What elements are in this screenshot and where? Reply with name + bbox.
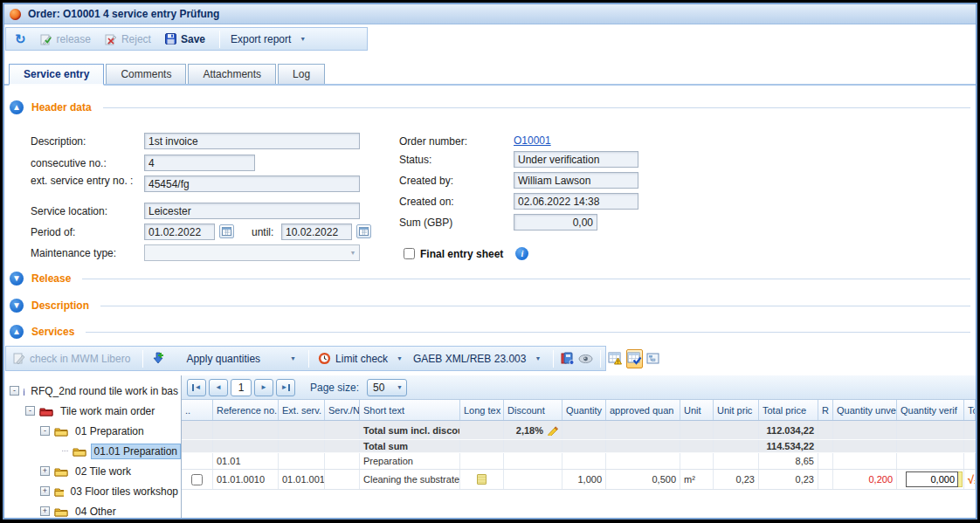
toolbar-separator	[600, 350, 601, 368]
column-header-approved-quantity[interactable]: approved quan	[606, 400, 680, 420]
gaeb-export-button[interactable]: GAEB XML/REB 23.003 ▼	[411, 351, 546, 367]
status-input[interactable]	[514, 151, 638, 168]
collapse-up-icon[interactable]: ▲	[10, 100, 24, 114]
cell-short-text: Preparation	[360, 453, 460, 469]
release-label: release	[57, 33, 91, 45]
copy-export-icon	[561, 352, 575, 365]
view-verification-button[interactable]	[626, 349, 643, 368]
collapse-down-icon[interactable]: ▼	[10, 299, 24, 313]
column-header-quantity[interactable]: Quantity	[562, 400, 606, 420]
tree-collapse-icon[interactable]: -	[40, 426, 50, 436]
description-input[interactable]	[144, 133, 360, 149]
modified-flag-strip	[958, 471, 963, 487]
view-warnings-button[interactable]	[608, 349, 623, 368]
order-number-link[interactable]: O10001	[514, 134, 551, 147]
tree-item-0101-preparation[interactable]: 01.01 Preparation	[4, 441, 181, 461]
column-header-to[interactable]: To	[964, 400, 976, 420]
quantity-verified-input[interactable]	[906, 471, 958, 487]
apply-quantities-button[interactable]: Apply quantities ▼	[150, 350, 301, 367]
tree-item-rfq[interactable]: - RFQ_2nd round tile work in bas	[4, 381, 181, 401]
service-location-input[interactable]	[144, 203, 360, 219]
cell-discount: 2,18%	[504, 421, 562, 439]
preview-eye-button[interactable]	[578, 349, 593, 368]
formula-check-icon[interactable]: √x	[968, 473, 976, 486]
edit-pencil-icon[interactable]	[547, 425, 558, 436]
first-page-button[interactable]: ◄	[187, 379, 206, 396]
arrow-right-icon: ►	[281, 383, 288, 391]
period-to-calendar-button[interactable]	[356, 224, 371, 238]
column-header-reference-no[interactable]: Reference no.	[213, 400, 279, 420]
ext-service-entry-input[interactable]	[144, 175, 360, 192]
ext-service-entry-label: ext. service entry no. :	[31, 175, 140, 187]
period-from-input[interactable]	[144, 224, 215, 240]
tab-log[interactable]: Log	[278, 64, 325, 84]
column-header-quantity-unverified[interactable]: Quantity unve	[833, 400, 897, 420]
release-button[interactable]: release	[37, 31, 98, 47]
tree-item-main-order[interactable]: - Tile work main order	[4, 401, 181, 421]
current-page-input[interactable]: 1	[231, 379, 252, 396]
copy-export-button[interactable]	[561, 349, 575, 368]
created-on-input[interactable]	[514, 193, 638, 210]
services-panel: - RFQ_2nd round tile work in bas - Tile …	[4, 375, 976, 518]
column-header-ext-serv-no[interactable]: Ext. serv. n	[279, 400, 325, 420]
cell-total-price: 112.034,22	[759, 421, 818, 439]
tab-attachments[interactable]: Attachments	[188, 64, 276, 84]
page-size-select[interactable]: 50 ▼	[367, 379, 407, 396]
tree-item-label: 02 Tile work	[72, 465, 134, 478]
tab-service-entry[interactable]: Service entry	[9, 64, 104, 86]
column-header-quantity-verified[interactable]: Quantity verif	[897, 400, 964, 420]
tree-item-02-tile-work[interactable]: + 02 Tile work	[4, 461, 181, 481]
long-text-note-icon[interactable]	[477, 474, 487, 485]
info-icon[interactable]: i	[515, 247, 528, 260]
tree-collapse-icon[interactable]: -	[25, 406, 35, 416]
column-header-total-price[interactable]: Total price	[759, 400, 818, 420]
column-header-unit[interactable]: Unit	[680, 400, 714, 420]
eye-icon	[578, 354, 593, 364]
column-header-unit-price[interactable]: Unit pric	[714, 400, 759, 420]
window-titlebar: Order: O10001 4 service entry Prüfung	[4, 4, 976, 24]
column-header-serv-no[interactable]: Serv./N	[325, 400, 360, 420]
column-header-discount[interactable]: Discount	[504, 400, 562, 420]
tree-expand-icon[interactable]: +	[40, 466, 50, 476]
section-release: ▼ Release	[10, 272, 970, 286]
prev-page-button[interactable]: ◄	[209, 379, 228, 396]
export-report-button[interactable]: Export report ▼	[227, 31, 313, 47]
tab-comments[interactable]: Comments	[106, 64, 186, 84]
tree-expand-icon[interactable]: +	[40, 486, 50, 496]
tree-item-label: 01.01 Preparation	[91, 444, 181, 459]
section-description-label: Description	[31, 299, 89, 312]
last-page-button[interactable]: ►	[276, 379, 295, 396]
check-mwm-libero-button[interactable]: check in MWM Libero	[11, 351, 135, 367]
refresh-button[interactable]: ↻	[11, 31, 33, 47]
save-button[interactable]: Save	[162, 31, 212, 47]
section-divider	[103, 107, 970, 108]
table-check-icon	[627, 352, 642, 365]
next-page-button[interactable]: ►	[254, 379, 273, 396]
consecutive-no-input[interactable]	[144, 155, 255, 171]
tree-expand-icon[interactable]: +	[40, 506, 50, 516]
collapse-down-icon[interactable]: ▼	[10, 272, 24, 286]
period-to-input[interactable]	[281, 224, 352, 240]
tree-item-04-other[interactable]: + 04 Other	[4, 501, 181, 518]
tree-item-03-floor-tiles[interactable]: + 03 Floor tiles workshop	[4, 481, 181, 501]
period-from-calendar-button[interactable]	[219, 224, 234, 238]
collapse-up-icon[interactable]: ▲	[10, 325, 24, 339]
created-by-input[interactable]	[514, 172, 638, 189]
limit-check-button[interactable]: Limit check ▼	[316, 350, 408, 367]
tree-collapse-icon[interactable]: -	[10, 386, 19, 396]
view-structure-button[interactable]	[646, 349, 661, 368]
release-pencil-check-icon	[40, 33, 52, 45]
reject-button[interactable]: Reject	[101, 31, 158, 47]
final-entry-sheet-checkbox[interactable]	[404, 248, 415, 259]
sum-gbp-input[interactable]	[514, 214, 597, 231]
column-header-short-text[interactable]: Short text	[360, 400, 460, 420]
final-entry-sheet-label: Final entry sheet	[420, 248, 503, 260]
column-header-long-text[interactable]: Long tex	[460, 400, 504, 420]
tree-item-01-preparation[interactable]: - 01 Preparation	[4, 421, 181, 441]
column-header-r[interactable]: R	[818, 400, 833, 420]
column-header-select[interactable]: ..	[182, 400, 213, 420]
row-select-checkbox[interactable]	[191, 474, 203, 485]
until-label: until:	[252, 226, 273, 238]
maintenance-type-select[interactable]: ▼	[144, 244, 360, 261]
check-mwm-libero-label: check in MWM Libero	[30, 353, 130, 365]
